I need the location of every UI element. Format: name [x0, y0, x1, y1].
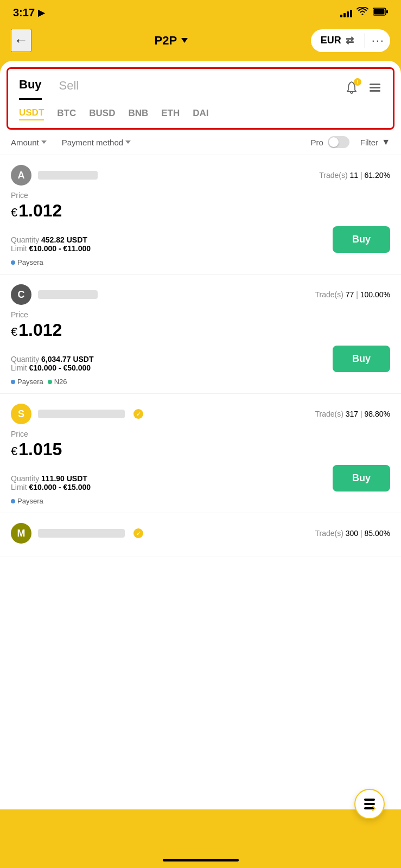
payment-tag: Paysera	[11, 378, 43, 386]
floating-action-button[interactable]	[354, 789, 385, 819]
trade-header: S ✓ Trade(s) 317 | 98.80%	[11, 404, 390, 424]
header-title: P2P	[155, 34, 188, 48]
crypto-tab-dai[interactable]: DAI	[193, 108, 208, 120]
trade-item: S ✓ Trade(s) 317 | 98.80% Price €1.015 Q…	[0, 394, 401, 513]
payment-tag-label: Paysera	[17, 497, 43, 505]
payment-method-label: Payment method	[62, 138, 123, 147]
pro-toggle-track[interactable]	[328, 136, 349, 148]
svg-rect-3	[370, 84, 380, 85]
main-card: Buy Sell !	[0, 61, 401, 809]
payment-tag: Paysera	[11, 258, 43, 266]
price-value: €1.015	[11, 439, 390, 459]
verified-badge: ✓	[133, 409, 143, 419]
svg-rect-2	[386, 10, 388, 14]
price-value: €1.012	[11, 201, 390, 221]
list-button[interactable]	[368, 81, 382, 97]
tab-sell[interactable]: Sell	[59, 79, 79, 99]
bell-icon	[344, 89, 359, 97]
crypto-tab-busd[interactable]: BUSD	[89, 108, 115, 120]
notifications-button[interactable]: !	[344, 80, 359, 97]
amount-label: Amount	[11, 138, 39, 147]
crypto-tabs: USDT BTC BUSD BNB ETH DAI	[8, 100, 393, 128]
svg-rect-4	[370, 87, 380, 88]
currency-selector[interactable]: EUR ⇄	[311, 30, 364, 51]
payment-tags: Paysera N26	[11, 378, 390, 386]
header: ← P2P EUR ⇄ ···	[0, 23, 401, 61]
svg-rect-8	[364, 807, 375, 809]
amount-chevron-icon	[41, 141, 47, 144]
buy-button[interactable]: Buy	[333, 465, 390, 492]
price-value: €1.012	[11, 320, 390, 340]
crypto-tab-usdt[interactable]: USDT	[19, 107, 44, 120]
crypto-tab-bnb[interactable]: BNB	[128, 108, 148, 120]
currency-label: EUR	[321, 35, 341, 46]
trader-name	[38, 529, 125, 538]
swap-icon: ⇄	[346, 35, 354, 47]
pro-label: Pro	[310, 138, 323, 147]
filter-row: Amount Payment method Pro Filter ▼	[0, 130, 401, 155]
trader-name	[38, 290, 98, 299]
payment-tag: N26	[48, 378, 67, 386]
trade-header: M ✓ Trade(s) 300 | 85.00%	[11, 523, 390, 544]
trader-info: C	[11, 284, 98, 305]
svg-rect-5	[370, 90, 380, 92]
trader-name	[38, 171, 98, 180]
avatar: A	[11, 165, 31, 186]
avatar: S	[11, 404, 31, 424]
list-icon	[368, 88, 382, 97]
buy-button[interactable]: Buy	[333, 346, 390, 372]
back-button[interactable]: ←	[11, 29, 31, 52]
tab-buy[interactable]: Buy	[19, 78, 42, 100]
payment-tag-label: Paysera	[17, 258, 43, 266]
notification-badge: !	[354, 78, 361, 86]
svg-rect-7	[364, 799, 375, 801]
status-time: 3:17	[13, 7, 35, 19]
filter-button[interactable]: Filter ▼	[360, 137, 390, 147]
wifi-icon	[357, 7, 368, 18]
currency-symbol: €	[11, 206, 17, 219]
more-button[interactable]: ···	[366, 29, 390, 52]
p2p-dropdown-icon[interactable]	[181, 38, 188, 43]
trader-info: A	[11, 165, 98, 186]
payment-tag-label: N26	[54, 378, 67, 386]
payment-tag-dot	[11, 380, 15, 384]
avatar: M	[11, 523, 31, 544]
trader-info: M ✓	[11, 523, 143, 544]
svg-rect-6	[364, 803, 375, 805]
tab-row-icons: !	[344, 80, 382, 97]
header-divider	[365, 33, 365, 48]
payment-tags: Paysera	[11, 497, 390, 505]
trade-details: Quantity 111.90 USDT Limit €10.000 - €15…	[11, 465, 390, 492]
highlighted-tabs-section: Buy Sell !	[7, 67, 394, 130]
trade-details: Quantity 452.82 USDT Limit €10.000 - €11…	[11, 226, 390, 253]
signal-icon	[340, 9, 352, 17]
trade-qty-limit: Quantity 452.82 USDT Limit €10.000 - €11…	[11, 235, 91, 253]
amount-filter-button[interactable]: Amount	[11, 138, 47, 147]
buy-button[interactable]: Buy	[333, 226, 390, 253]
trade-item: C Trade(s) 77 | 100.00% Price €1.012 Qua…	[0, 275, 401, 394]
crypto-tab-btc[interactable]: BTC	[57, 108, 76, 120]
pro-toggle[interactable]: Pro	[310, 136, 349, 148]
payment-tag-label: Paysera	[17, 378, 43, 386]
payment-method-filter-button[interactable]: Payment method	[62, 138, 131, 147]
currency-symbol: €	[11, 444, 17, 458]
crypto-tab-eth[interactable]: ETH	[161, 108, 180, 120]
trader-name	[38, 410, 125, 418]
status-icons	[340, 7, 388, 18]
trade-stats: Trade(s) 300 | 85.00%	[315, 529, 390, 538]
trade-item: A Trade(s) 11 | 61.20% Price €1.012 Quan…	[0, 155, 401, 275]
price-label: Price	[11, 310, 390, 319]
trade-header: C Trade(s) 77 | 100.00%	[11, 284, 390, 305]
trade-details: Quantity 6,034.77 USDT Limit €10.000 - €…	[11, 346, 390, 372]
trade-stats: Trade(s) 317 | 98.80%	[315, 410, 390, 418]
payment-tag: Paysera	[11, 497, 43, 505]
currency-symbol: €	[11, 325, 17, 339]
home-indicator	[163, 859, 239, 861]
trade-qty-limit: Quantity 6,034.77 USDT Limit €10.000 - €…	[11, 355, 94, 372]
svg-rect-1	[374, 9, 385, 15]
trade-list: A Trade(s) 11 | 61.20% Price €1.012 Quan…	[0, 155, 401, 557]
trade-item: M ✓ Trade(s) 300 | 85.00%	[0, 513, 401, 557]
buy-sell-row: Buy Sell !	[8, 69, 393, 100]
payment-tag-dot	[11, 260, 15, 265]
payment-tag-dot	[11, 499, 15, 503]
